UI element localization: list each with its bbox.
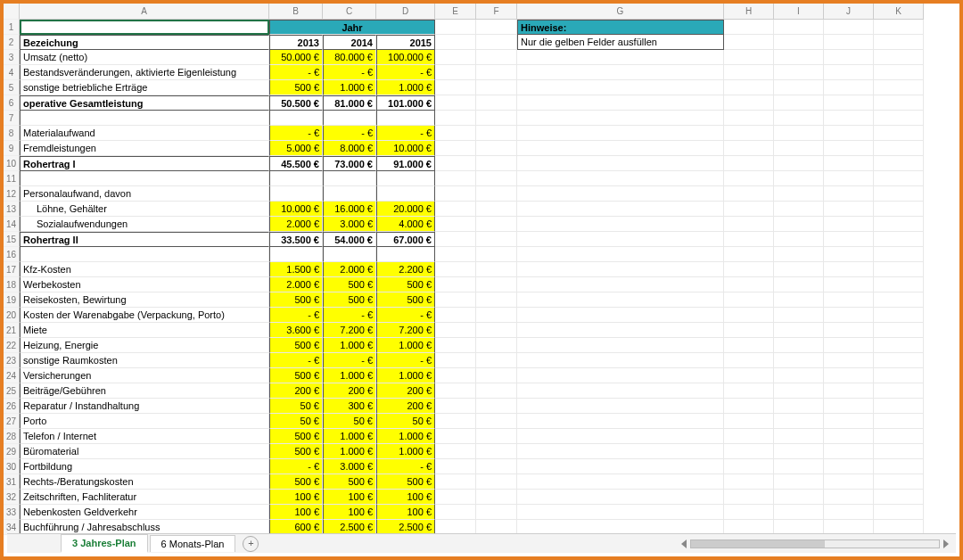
row-header-19[interactable]: 19: [4, 292, 20, 308]
column-header-G[interactable]: G: [517, 4, 724, 20]
scroll-handle[interactable]: [691, 540, 825, 548]
cell-value[interactable]: - €: [269, 353, 323, 368]
column-header-C[interactable]: C: [323, 4, 376, 20]
row-header-14[interactable]: 14: [4, 217, 20, 232]
cell-value[interactable]: 100 €: [376, 505, 435, 520]
row-header-27[interactable]: 27: [4, 414, 20, 429]
cell-value[interactable]: 5.000 €: [269, 141, 323, 156]
selected-cell[interactable]: [20, 20, 269, 35]
row-header-26[interactable]: 26: [4, 399, 20, 414]
cell-value[interactable]: 200 €: [376, 383, 435, 399]
cells-area[interactable]: JahrHinweise:Bezeichung201320142015Nur d…: [20, 20, 959, 535]
cell-value[interactable]: 100 €: [323, 490, 376, 505]
row-header-8[interactable]: 8: [4, 126, 20, 141]
horizontal-scrollbar[interactable]: [681, 539, 949, 548]
cell-value[interactable]: 1.000 €: [323, 368, 376, 383]
cell-value[interactable]: 1.000 €: [376, 338, 435, 353]
cell-value[interactable]: 500 €: [269, 292, 323, 308]
cell-value[interactable]: 1.000 €: [323, 444, 376, 459]
cell-value[interactable]: 1.000 €: [323, 80, 376, 95]
column-header-H[interactable]: H: [724, 4, 774, 20]
cell-value[interactable]: 500 €: [269, 474, 323, 490]
corner-cell[interactable]: [4, 4, 20, 20]
cell-value[interactable]: 100 €: [323, 505, 376, 520]
cell-value[interactable]: 10.000 €: [376, 141, 435, 156]
cell-value[interactable]: 2.000 €: [269, 277, 323, 292]
row-header-6[interactable]: 6: [4, 95, 20, 111]
cell-value[interactable]: 500 €: [323, 474, 376, 490]
cell-value[interactable]: 100 €: [269, 505, 323, 520]
cell-value[interactable]: 200 €: [269, 383, 323, 399]
column-header-B[interactable]: B: [269, 4, 323, 20]
cell-value[interactable]: 3.600 €: [269, 323, 323, 338]
row-header-20[interactable]: 20: [4, 308, 20, 323]
cell-value[interactable]: - €: [323, 65, 376, 80]
cell-value[interactable]: 500 €: [269, 80, 323, 95]
cell-value[interactable]: - €: [269, 459, 323, 474]
add-sheet-button[interactable]: +: [243, 536, 259, 552]
cell-value[interactable]: 16.000 €: [323, 202, 376, 217]
row-header-13[interactable]: 13: [4, 202, 20, 217]
cell-value[interactable]: 2.200 €: [376, 262, 435, 277]
cell-value[interactable]: - €: [323, 353, 376, 368]
row-header-1[interactable]: 1: [4, 20, 20, 35]
row-header-11[interactable]: 11: [4, 171, 20, 186]
cell-value[interactable]: 7.200 €: [323, 323, 376, 338]
row-header-28[interactable]: 28: [4, 429, 20, 444]
row-header-30[interactable]: 30: [4, 459, 20, 474]
row-header-33[interactable]: 33: [4, 505, 20, 520]
cell-value[interactable]: - €: [376, 459, 435, 474]
cell-value[interactable]: 1.000 €: [323, 429, 376, 444]
column-header-D[interactable]: D: [376, 4, 435, 20]
row-header-24[interactable]: 24: [4, 368, 20, 383]
cell-value[interactable]: 1.000 €: [323, 338, 376, 353]
row-header-2[interactable]: 2: [4, 35, 20, 50]
cell-value[interactable]: 100.000 €: [376, 50, 435, 65]
cell-value[interactable]: 500 €: [269, 444, 323, 459]
row-header-10[interactable]: 10: [4, 156, 20, 171]
cell-value[interactable]: 3.000 €: [323, 459, 376, 474]
cell-value[interactable]: 1.000 €: [376, 444, 435, 459]
cell-value[interactable]: 100 €: [376, 490, 435, 505]
row-header-18[interactable]: 18: [4, 277, 20, 292]
scroll-right-icon[interactable]: [943, 539, 949, 548]
cell-value[interactable]: 50.000 €: [269, 50, 323, 65]
row-header-15[interactable]: 15: [4, 232, 20, 247]
cell-value[interactable]: 500 €: [376, 277, 435, 292]
row-header-21[interactable]: 21: [4, 323, 20, 338]
column-header-J[interactable]: J: [824, 4, 874, 20]
cell-value[interactable]: - €: [376, 308, 435, 323]
cell-value[interactable]: 500 €: [269, 368, 323, 383]
cell-value[interactable]: 1.000 €: [376, 80, 435, 95]
cell-value[interactable]: 20.000 €: [376, 202, 435, 217]
cell-value[interactable]: 50 €: [323, 414, 376, 429]
cell-value[interactable]: 2.000 €: [323, 262, 376, 277]
cell-value[interactable]: 300 €: [323, 399, 376, 414]
cell-value[interactable]: 7.200 €: [376, 323, 435, 338]
cell-value[interactable]: 10.000 €: [269, 202, 323, 217]
cell-value[interactable]: 1.000 €: [376, 368, 435, 383]
row-header-7[interactable]: 7: [4, 111, 20, 126]
row-header-29[interactable]: 29: [4, 444, 20, 459]
cell-value[interactable]: 50 €: [376, 414, 435, 429]
row-header-4[interactable]: 4: [4, 65, 20, 80]
cell-value[interactable]: 50 €: [269, 414, 323, 429]
cell-value[interactable]: 200 €: [376, 399, 435, 414]
scroll-track[interactable]: [690, 539, 940, 548]
column-header-I[interactable]: I: [774, 4, 824, 20]
row-header-32[interactable]: 32: [4, 490, 20, 505]
cell-value[interactable]: - €: [269, 308, 323, 323]
column-header-F[interactable]: F: [476, 4, 517, 20]
column-header-A[interactable]: A: [20, 4, 269, 20]
cell-value[interactable]: - €: [376, 353, 435, 368]
cell-value[interactable]: 4.000 €: [376, 217, 435, 232]
row-header-12[interactable]: 12: [4, 186, 20, 202]
cell-value[interactable]: 1.000 €: [376, 429, 435, 444]
cell-value[interactable]: - €: [269, 126, 323, 141]
cell-value[interactable]: 500 €: [323, 292, 376, 308]
scroll-left-icon[interactable]: [681, 539, 687, 548]
row-header-16[interactable]: 16: [4, 247, 20, 262]
row-header-3[interactable]: 3: [4, 50, 20, 65]
tab-3-jahres-plan[interactable]: 3 Jahres-Plan: [61, 534, 148, 553]
row-header-25[interactable]: 25: [4, 383, 20, 399]
